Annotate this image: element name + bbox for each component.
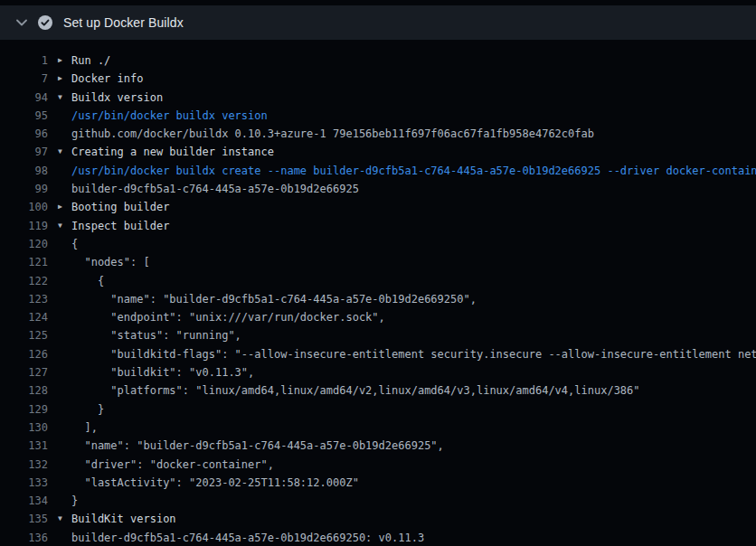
log-line: 132 "driver": "docker-container", <box>0 456 756 474</box>
log-output-text: builder-d9cfb5a1-c764-445a-a57e-0b19d2e6… <box>71 529 424 546</box>
log-output-text: { <box>71 235 78 253</box>
log-group-title[interactable]: Run ./ <box>71 52 110 70</box>
arrow-spacer <box>58 290 71 308</box>
group-collapsed-arrow-icon[interactable]: ▶ <box>58 52 71 70</box>
log-line: 123 "name": "builder-d9cfb5a1-c764-445a-… <box>0 290 756 308</box>
log-line: 126 "buildkitd-flags": "--allow-insecure… <box>0 345 756 363</box>
log-line: 129 } <box>0 400 756 419</box>
group-collapsed-arrow-icon[interactable]: ▶ <box>58 70 71 88</box>
line-number[interactable]: 100 <box>0 198 48 216</box>
line-number[interactable]: 135 <box>0 510 48 528</box>
log-output-text: { <box>71 272 104 290</box>
log-line: 100▶Booting builder <box>0 198 756 216</box>
line-number[interactable]: 94 <box>0 89 48 107</box>
log-group-title[interactable]: Booting builder <box>71 198 169 216</box>
line-number[interactable]: 134 <box>0 492 48 510</box>
log-group-title[interactable]: Buildx version <box>71 89 163 107</box>
line-number[interactable]: 95 <box>0 107 48 125</box>
log-command-text: /usr/bin/docker buildx version <box>71 107 268 125</box>
arrow-spacer <box>58 272 71 290</box>
arrow-spacer <box>58 107 71 125</box>
log-output-text: "endpoint": "unix:///var/run/docker.sock… <box>71 308 385 326</box>
line-number[interactable]: 120 <box>0 235 48 253</box>
log-group-title[interactable]: Docker info <box>71 70 143 88</box>
log-line: 121 "nodes": [ <box>0 253 756 271</box>
log-line: 7▶Docker info <box>0 70 756 88</box>
arrow-spacer <box>58 456 71 474</box>
line-number[interactable]: 127 <box>0 363 48 381</box>
arrow-spacer <box>58 437 71 455</box>
line-number[interactable]: 128 <box>0 381 48 400</box>
log-group-title[interactable]: Inspect builder <box>71 217 169 235</box>
log-output-text: "name": "builder-d9cfb5a1-c764-445a-a57e… <box>71 437 444 455</box>
arrow-spacer <box>58 345 71 363</box>
log-line: 136builder-d9cfb5a1-c764-445a-a57e-0b19d… <box>0 529 756 546</box>
log-output-text: ], <box>71 419 98 437</box>
chevron-down-icon[interactable] <box>14 15 29 30</box>
line-number[interactable]: 98 <box>0 162 48 180</box>
line-number[interactable]: 1 <box>0 52 48 70</box>
log-line: 125 "status": "running", <box>0 326 756 344</box>
group-expanded-arrow-icon[interactable]: ▼ <box>58 510 71 528</box>
arrow-spacer <box>58 419 71 437</box>
line-number[interactable]: 125 <box>0 326 48 344</box>
group-expanded-arrow-icon[interactable]: ▼ <box>58 217 71 235</box>
log-output-text: "name": "builder-d9cfb5a1-c764-445a-a57e… <box>71 290 477 308</box>
log-output-text: } <box>71 492 78 510</box>
line-number[interactable]: 7 <box>0 70 48 88</box>
log-line: 96github.com/docker/buildx 0.10.3+azure-… <box>0 125 756 143</box>
line-number[interactable]: 131 <box>0 437 48 455</box>
log-line: 119▼Inspect builder <box>0 217 756 235</box>
log-line: 128 "platforms": "linux/amd64,linux/amd6… <box>0 381 756 400</box>
line-number[interactable]: 96 <box>0 125 48 143</box>
log-line: 133 "lastActivity": "2023-02-25T11:58:12… <box>0 474 756 492</box>
log-output-text: "buildkit": "v0.11.3", <box>71 363 254 381</box>
log-line: 99builder-d9cfb5a1-c764-445a-a57e-0b19d2… <box>0 180 756 198</box>
step-header[interactable]: Set up Docker Buildx <box>0 5 756 40</box>
log-command-text: /usr/bin/docker buildx create --name bui… <box>71 162 756 180</box>
line-number[interactable]: 119 <box>0 217 48 235</box>
line-number[interactable]: 129 <box>0 400 48 419</box>
arrow-spacer <box>58 162 71 180</box>
log-line: 98/usr/bin/docker buildx create --name b… <box>0 162 756 180</box>
line-number[interactable]: 97 <box>0 143 48 161</box>
log-line: 1▶Run ./ <box>0 52 756 70</box>
group-collapsed-arrow-icon[interactable]: ▶ <box>58 198 71 216</box>
line-number[interactable]: 124 <box>0 308 48 326</box>
log-line: 120{ <box>0 235 756 253</box>
line-number[interactable]: 122 <box>0 272 48 290</box>
arrow-spacer <box>58 381 71 400</box>
arrow-spacer <box>58 253 71 271</box>
log-line: 122 { <box>0 272 756 290</box>
arrow-spacer <box>58 326 71 344</box>
log-output-text: "status": "running", <box>71 326 241 344</box>
arrow-spacer <box>58 400 71 419</box>
line-number[interactable]: 132 <box>0 456 48 474</box>
log-line: 94▼Buildx version <box>0 89 756 107</box>
line-number[interactable]: 136 <box>0 529 48 546</box>
log-output-text: "lastActivity": "2023-02-25T11:58:12.000… <box>71 474 359 492</box>
line-number[interactable]: 133 <box>0 474 48 492</box>
log-output-text: "platforms": "linux/amd64,linux/amd64/v2… <box>71 381 640 400</box>
log-line: 97▼Creating a new builder instance <box>0 143 756 161</box>
group-expanded-arrow-icon[interactable]: ▼ <box>58 89 71 107</box>
log-group-title[interactable]: Creating a new builder instance <box>71 143 274 161</box>
log-line: 124 "endpoint": "unix:///var/run/docker.… <box>0 308 756 326</box>
line-number[interactable]: 123 <box>0 290 48 308</box>
arrow-spacer <box>58 474 71 492</box>
log-output-text: github.com/docker/buildx 0.10.3+azure-1 … <box>71 125 594 143</box>
step-title: Set up Docker Buildx <box>63 15 184 30</box>
arrow-spacer <box>58 492 71 510</box>
arrow-spacer <box>58 180 71 198</box>
line-number[interactable]: 121 <box>0 253 48 271</box>
group-expanded-arrow-icon[interactable]: ▼ <box>58 143 71 161</box>
log-line: 130 ], <box>0 419 756 437</box>
line-number[interactable]: 126 <box>0 345 48 363</box>
line-number[interactable]: 99 <box>0 180 48 198</box>
line-number[interactable]: 130 <box>0 419 48 437</box>
log-group-title[interactable]: BuildKit version <box>71 510 176 528</box>
log-output-text: } <box>71 400 104 419</box>
log-output-text: "driver": "docker-container", <box>71 456 274 474</box>
arrow-spacer <box>58 125 71 143</box>
arrow-spacer <box>58 308 71 326</box>
